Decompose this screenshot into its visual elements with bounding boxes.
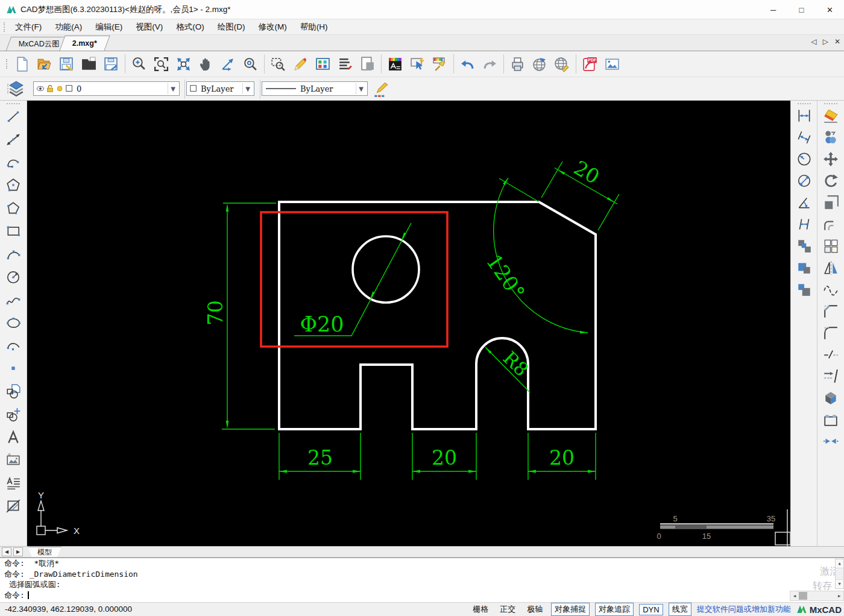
match-properties-button[interactable] (429, 53, 451, 75)
drawing-canvas[interactable]: 70 25 20 20 (27, 101, 790, 546)
move-button[interactable] (820, 149, 841, 169)
array-button[interactable] (820, 236, 841, 256)
tab-scroll-left-button[interactable]: ◁ (811, 37, 816, 46)
ortho-toggle[interactable]: 正交 (497, 603, 518, 615)
image-button[interactable] (3, 450, 24, 470)
page-setup-button[interactable] (356, 53, 379, 75)
save-button[interactable] (55, 53, 78, 75)
osnap-toggle[interactable]: 对象捕捉 (551, 603, 590, 616)
otrack-toggle[interactable]: 对象追踪 (595, 603, 634, 616)
tab-scroll-right-button[interactable]: ▷ (823, 37, 828, 46)
dyn-toggle[interactable]: DYN (639, 604, 663, 615)
group-objects-3-button[interactable] (794, 280, 814, 299)
join-button[interactable] (820, 432, 841, 451)
scroll-down-icon[interactable]: ▼ (836, 579, 843, 588)
new-file-button[interactable] (11, 53, 33, 75)
layout-prev-button[interactable]: ◀ (2, 547, 11, 556)
open-drawing-button[interactable] (33, 53, 55, 75)
linetype-select[interactable]: ByLayer ▼ (262, 81, 368, 96)
menu-modify[interactable]: 修改(M) (252, 22, 294, 33)
zoom-extents-button[interactable] (172, 53, 195, 75)
arc-continue-button[interactable] (3, 335, 24, 356)
polar-toggle[interactable]: 极轴 (524, 603, 546, 615)
tab-model[interactable]: 模型 (28, 547, 61, 557)
web-edit-button[interactable] (551, 53, 573, 75)
fillet-button[interactable] (820, 323, 841, 342)
color-palette-button[interactable] (312, 53, 334, 75)
explode-button[interactable] (820, 388, 841, 407)
dim-radius-button[interactable] (794, 149, 814, 169)
scrollbar-thumb[interactable] (799, 592, 807, 600)
line-button[interactable] (3, 106, 24, 127)
color-select[interactable]: ByLayer ▼ (186, 81, 254, 96)
rotate-button[interactable] (820, 171, 841, 190)
print-button[interactable] (506, 53, 529, 75)
feedback-link[interactable]: 提交软件问题或增加新功能 (697, 604, 791, 615)
pan-button[interactable] (195, 53, 217, 75)
scroll-left-icon[interactable]: ◀ (790, 591, 799, 600)
chevron-down-icon[interactable]: ▼ (242, 83, 253, 94)
circle-button[interactable] (3, 266, 24, 287)
group-objects-2-button[interactable] (794, 258, 814, 277)
insert-block-button[interactable] (3, 381, 24, 401)
group-objects-1-button[interactable] (794, 236, 814, 256)
menu-function[interactable]: 功能(A) (48, 22, 89, 33)
text-style-button[interactable] (334, 53, 356, 75)
lineweight-toggle[interactable]: 线宽 (669, 603, 691, 616)
menu-file[interactable]: 文件(F) (8, 22, 48, 33)
tab-2mxg[interactable]: 2.mxg* (59, 36, 110, 51)
arc-button[interactable] (3, 152, 24, 172)
scale-button[interactable] (820, 193, 841, 212)
layers-button[interactable] (8, 80, 25, 97)
sketch-button[interactable] (289, 53, 312, 75)
edit-spline-button[interactable] (820, 280, 841, 299)
close-button[interactable]: ✕ (816, 0, 844, 19)
ellipse-button[interactable] (3, 312, 24, 333)
zoom-previous-button[interactable] (267, 53, 289, 75)
point-button[interactable] (3, 358, 24, 379)
dim-aligned-button[interactable] (794, 128, 814, 147)
zoom-realtime-button[interactable] (128, 53, 150, 75)
offset-button[interactable] (820, 215, 841, 234)
zoom-window-button[interactable] (150, 53, 172, 75)
spline-button[interactable] (3, 289, 24, 310)
minimize-button[interactable]: ─ (759, 0, 787, 19)
rectangle-button[interactable] (3, 221, 24, 241)
menu-help[interactable]: 帮助(H) (294, 22, 335, 33)
mtext-button[interactable] (3, 473, 24, 493)
open-folder-button[interactable] (78, 53, 100, 75)
draw-order-button[interactable] (373, 80, 389, 98)
erase-button[interactable] (820, 106, 841, 125)
layer-manager-button[interactable] (384, 53, 406, 75)
scroll-right-icon[interactable]: ▶ (835, 591, 843, 600)
tab-close-button[interactable]: ✕ (834, 37, 840, 46)
scroll-up-icon[interactable]: ▲ (836, 559, 843, 568)
stretch-button[interactable] (820, 410, 841, 429)
chamfer-button[interactable] (820, 301, 841, 321)
polygon-button[interactable] (3, 175, 24, 195)
command-horizontal-scrollbar[interactable]: ◀ ▶ (790, 591, 844, 601)
menu-format[interactable]: 格式(O) (169, 22, 211, 33)
grid-toggle[interactable]: 栅格 (470, 603, 491, 615)
layer-select[interactable]: 0 ▼ (33, 81, 180, 96)
layout-next-button[interactable]: ▶ (13, 547, 23, 556)
construction-line-button[interactable] (3, 129, 24, 149)
command-vertical-scrollbar[interactable]: ▲ ▼ (835, 559, 844, 589)
dim-linear-button[interactable] (794, 106, 814, 125)
redo-button[interactable] (479, 53, 501, 75)
measure-button[interactable] (217, 53, 239, 75)
quick-select-button[interactable] (406, 53, 429, 75)
polyline-button[interactable] (3, 198, 24, 218)
dim-angular-button[interactable] (794, 193, 814, 212)
extend-button[interactable] (820, 366, 841, 386)
text-button[interactable] (3, 427, 24, 447)
save-as-button[interactable] (100, 53, 122, 75)
menu-view[interactable]: 视图(V) (129, 22, 169, 33)
arc-3point-button[interactable] (3, 244, 24, 264)
command-window[interactable]: 命令: *取消* 命令: _DrawDiametricDimension 选择圆… (0, 558, 844, 602)
insert-image-button[interactable] (601, 53, 623, 75)
command-prompt-line[interactable]: 命令: (0, 590, 844, 601)
chevron-down-icon[interactable]: ▼ (356, 83, 366, 94)
menu-edit[interactable]: 编辑(E) (89, 22, 129, 33)
break-button[interactable] (820, 345, 841, 364)
